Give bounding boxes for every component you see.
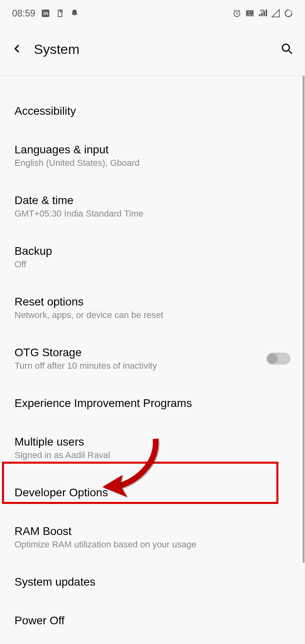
svg-point-9 <box>282 44 290 51</box>
item-title: Date & time <box>15 194 290 207</box>
item-title: Reset options <box>15 295 290 308</box>
bell-icon <box>70 9 79 18</box>
signal-icon <box>271 9 280 18</box>
item-subtitle: GMT+05:30 India Standard Time <box>15 208 290 219</box>
settings-item-system-updates[interactable]: System updates <box>0 563 305 601</box>
signal-4g-icon: 4G <box>258 9 267 18</box>
settings-item-otg[interactable]: OTG Storage Turn off after 10 minutes of… <box>0 333 305 384</box>
svg-line-10 <box>289 51 292 54</box>
item-title: RAM Boost <box>15 525 290 538</box>
item-subtitle: Turn off after 10 minutes of inactivity <box>15 361 266 371</box>
item-subtitle: Optimize RAM utilization based on your u… <box>15 539 290 550</box>
settings-item-languages[interactable]: Languages & input English (United States… <box>0 130 305 181</box>
settings-item-datetime[interactable]: Date & time GMT+05:30 India Standard Tim… <box>0 181 305 232</box>
app-header: System <box>0 23 305 76</box>
item-subtitle: Network, apps, or device can be reset <box>15 310 290 320</box>
item-title: Experience Improvement Programs <box>15 397 290 410</box>
settings-item-ram-boost[interactable]: RAM Boost Optimize RAM utilization based… <box>0 512 305 563</box>
status-time: 08:59 <box>12 8 35 19</box>
item-subtitle: English (United States), Gboard <box>15 158 290 168</box>
settings-list: Accessibility Languages & input English … <box>0 92 305 640</box>
settings-content: Accessibility Languages & input English … <box>0 76 305 640</box>
otg-toggle[interactable] <box>266 353 290 365</box>
item-title: Developer Options <box>15 486 290 499</box>
back-button[interactable] <box>12 43 23 56</box>
battery-icon <box>284 9 293 18</box>
item-title: Languages & input <box>15 143 290 156</box>
search-button[interactable] <box>281 43 293 56</box>
item-title: System updates <box>15 576 290 588</box>
settings-item-developer-options[interactable]: Developer Options <box>0 473 305 512</box>
item-title: Accessibility <box>15 105 290 118</box>
alarm-icon <box>232 9 241 18</box>
toggle-knob <box>267 353 278 364</box>
app-icon <box>85 9 93 18</box>
settings-item-multiple-users[interactable]: Multiple users Signed in as Aadil Raval <box>0 423 305 473</box>
item-subtitle: Off <box>15 259 290 270</box>
item-subtitle: Signed in as Aadil Raval <box>15 450 290 460</box>
settings-item-accessibility[interactable]: Accessibility <box>0 92 305 130</box>
scroll-indicator[interactable] <box>303 76 305 563</box>
notification-icon: 2 <box>56 9 64 18</box>
settings-item-reset[interactable]: Reset options Network, apps, or device c… <box>0 283 305 333</box>
page-title: System <box>34 41 79 57</box>
item-title: Multiple users <box>15 436 290 448</box>
svg-text:LTE 2: LTE 2 <box>247 14 253 16</box>
volte-icon: Vo 1LTE 2 <box>245 9 254 18</box>
settings-item-backup[interactable]: Backup Off <box>0 232 305 283</box>
linkedin-icon <box>41 9 50 18</box>
item-title: Backup <box>15 245 290 258</box>
settings-item-experience[interactable]: Experience Improvement Programs <box>0 384 305 423</box>
item-title: OTG Storage <box>15 346 266 359</box>
item-title: Power Off <box>15 614 290 627</box>
settings-item-power-off[interactable]: Power Off <box>0 601 305 640</box>
svg-text:2: 2 <box>60 10 62 12</box>
svg-text:Vo 1: Vo 1 <box>247 11 252 13</box>
status-bar: 08:59 2 Vo 1LTE 2 4G <box>0 3 305 23</box>
